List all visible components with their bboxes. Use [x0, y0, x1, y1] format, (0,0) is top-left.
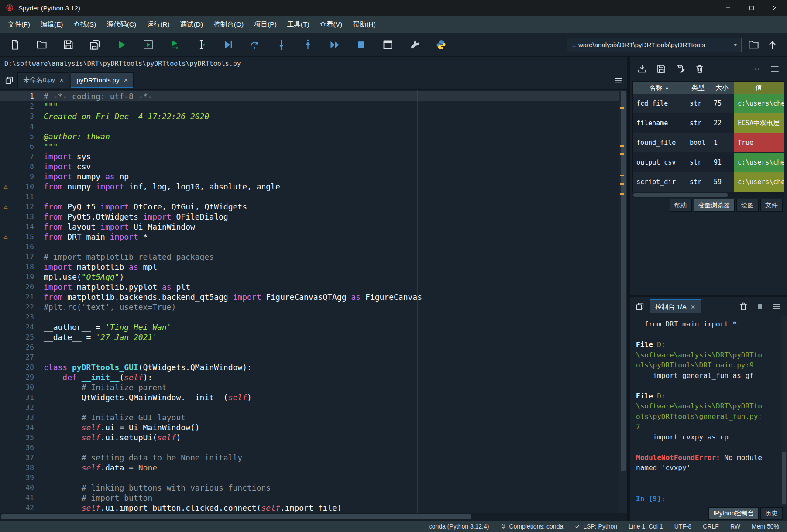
variable-name[interactable]: script_dir	[633, 172, 686, 192]
line-number[interactable]: 41	[11, 493, 44, 503]
menu-item[interactable]: 运行(R)	[141, 16, 175, 33]
line-number[interactable]: 3	[11, 111, 44, 121]
variable-value[interactable]: ECSA中双电层	[734, 113, 784, 133]
code-line[interactable]: 7import sys	[0, 151, 627, 161]
line-number[interactable]: 30	[11, 382, 44, 392]
line-number[interactable]: 8	[11, 161, 44, 172]
line-number[interactable]: 22	[11, 302, 44, 312]
line-number[interactable]: 31	[11, 392, 44, 402]
line-number[interactable]: 36	[11, 443, 44, 453]
import-data-button[interactable]	[636, 63, 648, 75]
line-number[interactable]: 15	[11, 232, 44, 242]
variable-size[interactable]: 59	[710, 172, 734, 192]
debug-button[interactable]	[217, 35, 238, 55]
warning-icon[interactable]: ⚠	[0, 202, 11, 212]
line-number[interactable]: 9	[11, 172, 44, 182]
line-number[interactable]: 29	[11, 372, 44, 382]
line-number[interactable]: 18	[11, 262, 44, 272]
code-line[interactable]: 29 def __init__(self):	[0, 372, 627, 382]
menu-item[interactable]: 帮助(H)	[347, 16, 381, 33]
interpreter-status[interactable]: conda (Python 3.12.4)	[429, 523, 489, 530]
code-line[interactable]: 36	[0, 443, 627, 453]
line-number[interactable]: 37	[11, 453, 44, 463]
step-into-button[interactable]	[271, 35, 292, 55]
editor-vertical-scrollbar[interactable]	[619, 90, 627, 513]
line-number[interactable]: 40	[11, 483, 44, 493]
editor-tab[interactable]: 未命名0.py×	[17, 72, 69, 88]
line-number[interactable]: 14	[11, 222, 44, 232]
continue-button[interactable]	[324, 35, 345, 55]
editor-options-menu-button[interactable]	[612, 75, 624, 86]
code-line[interactable]: 14from layout import Ui_MainWindow	[0, 222, 627, 232]
line-number[interactable]: 24	[11, 322, 44, 332]
variable-row[interactable]: filenamestr22ECSA中双电层	[633, 113, 784, 133]
line-number[interactable]: 5	[11, 131, 44, 141]
run-button[interactable]	[111, 35, 132, 55]
line-number[interactable]: 38	[11, 463, 44, 473]
menu-item[interactable]: 源代码(C)	[101, 16, 141, 33]
run-cell-advance-button[interactable]	[164, 35, 185, 55]
code-line[interactable]: 37 # setting data to be None initally	[0, 453, 627, 463]
run-cell-button[interactable]	[137, 35, 158, 55]
run-selection-button[interactable]	[191, 35, 212, 55]
remove-variable-button[interactable]	[694, 63, 706, 75]
code-line[interactable]: ⚠15from DRT_main import *	[0, 232, 627, 242]
line-number[interactable]: 6	[11, 141, 44, 151]
code-line[interactable]: 28class pyDRTtools_GUI(QtWidgets.QMainWi…	[0, 362, 627, 372]
scrollbar-thumb[interactable]	[782, 452, 786, 504]
python-path-button[interactable]	[430, 35, 451, 55]
tools-button[interactable]	[404, 35, 425, 55]
column-header[interactable]: 类型	[686, 82, 710, 94]
code-line[interactable]: 27	[0, 352, 627, 362]
pane-tab[interactable]: 文件	[760, 199, 783, 212]
code-line[interactable]: 40 # linking buttons with various functi…	[0, 483, 627, 493]
lsp-status[interactable]: LSP: Python	[574, 523, 617, 530]
variable-type[interactable]: str	[686, 153, 710, 172]
menu-item[interactable]: 文件(F)	[3, 16, 35, 33]
code-line[interactable]: ⚠10from numpy import inf, log, log10, ab…	[0, 182, 627, 192]
line-number[interactable]: 28	[11, 362, 44, 372]
tab-close-icon[interactable]: ×	[691, 303, 695, 311]
code-line[interactable]: 5@author: thwan	[0, 131, 627, 141]
save-all-button[interactable]	[84, 35, 105, 55]
variable-name[interactable]: filename	[633, 113, 686, 133]
code-line[interactable]: 19mpl.use("Qt5Agg")	[0, 272, 627, 282]
editor-horizontal-scrollbar[interactable]	[0, 513, 627, 521]
step-over-button[interactable]	[244, 35, 265, 55]
line-number[interactable]: 20	[11, 282, 44, 292]
ipython-console-output[interactable]: from DRT_main import *File D:\software\a…	[630, 316, 787, 506]
column-header[interactable]: 名称▲	[633, 82, 686, 94]
variable-row[interactable]: found_filebool1True	[633, 133, 784, 153]
maximize-button[interactable]	[740, 0, 763, 16]
menu-item[interactable]: 编辑(E)	[35, 16, 69, 33]
line-number[interactable]: 33	[11, 412, 44, 422]
variable-name[interactable]: output_csv	[633, 153, 686, 172]
code-line[interactable]: ⚠12from PyQ t5 import QtCore, QtGui, QtW…	[0, 202, 627, 212]
code-line[interactable]: 41 # import button	[0, 493, 627, 503]
column-header[interactable]: 值	[734, 82, 784, 94]
line-number[interactable]: 32	[11, 402, 44, 412]
interrupt-kernel-button[interactable]	[754, 300, 766, 312]
completions-status[interactable]: Completions: conda	[500, 523, 563, 530]
console-options-menu-button[interactable]	[770, 300, 783, 312]
column-header[interactable]: 大小	[710, 82, 734, 94]
code-line[interactable]: 31 QtWidgets.QMainWindow.__init__(self)	[0, 392, 627, 402]
tab-close-icon[interactable]: ×	[59, 76, 64, 84]
line-number[interactable]: 10	[11, 182, 44, 192]
code-line[interactable]: 33 # Initalize GUI layout	[0, 412, 627, 422]
new-file-button[interactable]	[4, 35, 25, 55]
variable-size[interactable]: 1	[710, 133, 734, 153]
tab-close-icon[interactable]: ×	[124, 76, 128, 84]
minimize-button[interactable]	[716, 0, 740, 16]
ve-options-menu-button[interactable]	[769, 63, 781, 75]
console-browse-tabs-button[interactable]	[634, 301, 646, 312]
variable-type[interactable]: str	[686, 113, 710, 133]
editor-tab[interactable]: pyDRTtools.py×	[71, 72, 134, 88]
code-line[interactable]: 24__author__ = 'Ting Hei Wan'	[0, 322, 627, 332]
code-line[interactable]: 34 self.ui = Ui_MainWindow()	[0, 422, 627, 432]
browse-tabs-button[interactable]	[3, 75, 15, 86]
save-button[interactable]	[58, 35, 79, 55]
code-line[interactable]: 20import matplotlib.pyplot as plt	[0, 282, 627, 292]
variable-type[interactable]: str	[686, 172, 710, 192]
console-tab[interactable]: 控制台 1/A ×	[650, 299, 701, 313]
